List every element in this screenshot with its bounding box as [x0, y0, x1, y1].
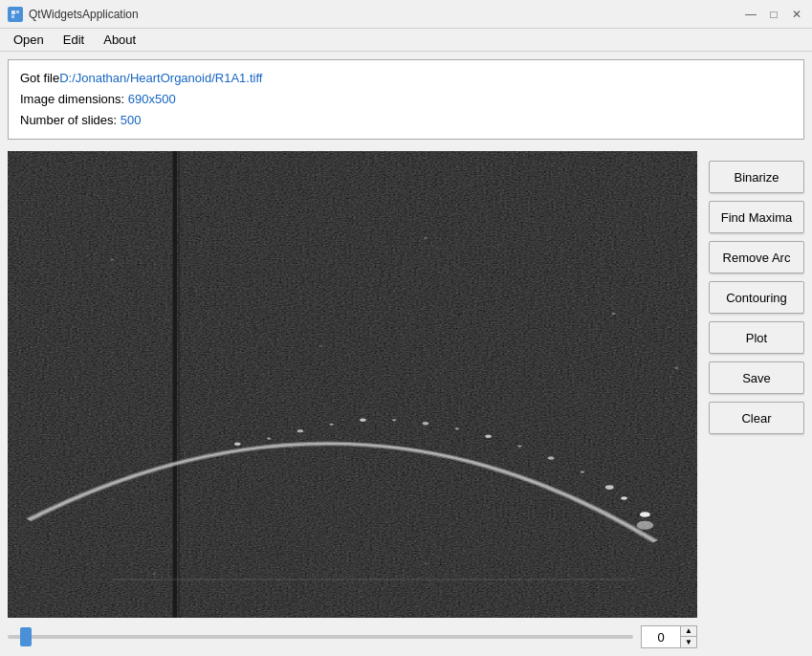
- image-canvas: [8, 151, 697, 618]
- info-dims-prefix: Image dimensions:: [20, 92, 128, 106]
- menu-bar: Open Edit About: [0, 29, 812, 52]
- minimize-button[interactable]: —: [743, 7, 758, 22]
- svg-point-16: [485, 435, 492, 438]
- spin-down-button[interactable]: ▼: [681, 637, 696, 647]
- info-line-3: Number of slides: 500: [20, 110, 792, 131]
- info-slides-prefix: Number of slides:: [20, 113, 121, 127]
- svg-rect-2: [16, 11, 19, 13]
- app-icon: [8, 7, 23, 22]
- svg-point-25: [611, 313, 615, 315]
- svg-point-28: [152, 574, 155, 576]
- svg-point-20: [605, 486, 614, 491]
- info-slides-value: 500: [121, 113, 142, 127]
- svg-point-10: [297, 429, 304, 432]
- svg-point-31: [637, 521, 653, 530]
- svg-rect-1: [11, 11, 15, 14]
- info-box: Got fileD:/Jonathan/HeartOrganoid/R1A1.t…: [8, 59, 804, 140]
- plot-button[interactable]: Plot: [709, 321, 804, 354]
- svg-point-13: [392, 419, 396, 421]
- svg-point-27: [674, 367, 678, 369]
- remove-arc-button[interactable]: Remove Arc: [709, 241, 804, 273]
- close-button[interactable]: ✕: [789, 7, 804, 22]
- slider-track[interactable]: [8, 635, 633, 639]
- svg-point-24: [424, 237, 427, 239]
- find-maxima-button[interactable]: Find Maxima: [709, 201, 804, 233]
- save-button[interactable]: Save: [709, 361, 804, 394]
- svg-point-12: [360, 419, 366, 422]
- title-bar-left: QtWidgetsApplication: [8, 7, 139, 22]
- main-content: Got fileD:/Jonathan/HeartOrganoid/R1A1.t…: [0, 52, 812, 656]
- contouring-button[interactable]: Contouring: [709, 281, 804, 314]
- title-bar-controls: — □ ✕: [743, 7, 804, 22]
- svg-point-29: [424, 562, 427, 564]
- svg-point-11: [329, 424, 333, 426]
- svg-point-26: [319, 346, 322, 348]
- svg-point-18: [548, 457, 555, 460]
- menu-about[interactable]: About: [94, 31, 145, 49]
- slider-spinners: ▲ ▼: [680, 626, 696, 647]
- svg-point-15: [455, 428, 459, 430]
- clear-button[interactable]: Clear: [709, 402, 804, 434]
- title-bar: QtWidgetsApplication — □ ✕: [0, 0, 812, 29]
- image-container: [8, 151, 697, 618]
- menu-open[interactable]: Open: [4, 31, 54, 49]
- image-panel: ▲ ▼: [8, 151, 697, 648]
- binarize-button[interactable]: Binarize: [709, 161, 804, 193]
- svg-rect-5: [8, 151, 697, 618]
- window-title: QtWidgetsApplication: [29, 8, 139, 21]
- svg-point-17: [517, 446, 521, 448]
- svg-point-8: [234, 443, 241, 446]
- svg-point-19: [581, 471, 584, 473]
- info-file-prefix: Got file: [20, 71, 59, 85]
- info-file-value: D:/Jonathan/HeartOrganoid/R1A1.tiff: [59, 71, 262, 85]
- buttons-panel: Binarize Find Maxima Remove Arc Contouri…: [709, 151, 804, 648]
- info-dims-value: 690x500: [128, 92, 176, 106]
- svg-point-14: [423, 422, 429, 425]
- info-line-2: Image dimensions: 690x500: [20, 89, 792, 110]
- slider-area: ▲ ▼: [8, 625, 697, 648]
- svg-point-21: [621, 497, 627, 500]
- slider-number-input[interactable]: [642, 626, 680, 647]
- svg-rect-3: [11, 15, 14, 18]
- spin-up-button[interactable]: ▲: [681, 626, 696, 637]
- slider-input-wrap: ▲ ▼: [641, 625, 697, 648]
- slider-thumb[interactable]: [20, 627, 32, 646]
- menu-edit[interactable]: Edit: [54, 31, 94, 49]
- svg-point-22: [640, 512, 650, 517]
- svg-point-9: [267, 438, 271, 440]
- svg-point-23: [110, 259, 113, 261]
- content-area: ▲ ▼ Binarize Find Maxima Remove Arc Cont…: [8, 151, 804, 648]
- info-line-1: Got fileD:/Jonathan/HeartOrganoid/R1A1.t…: [20, 68, 792, 89]
- maximize-button[interactable]: □: [766, 7, 781, 22]
